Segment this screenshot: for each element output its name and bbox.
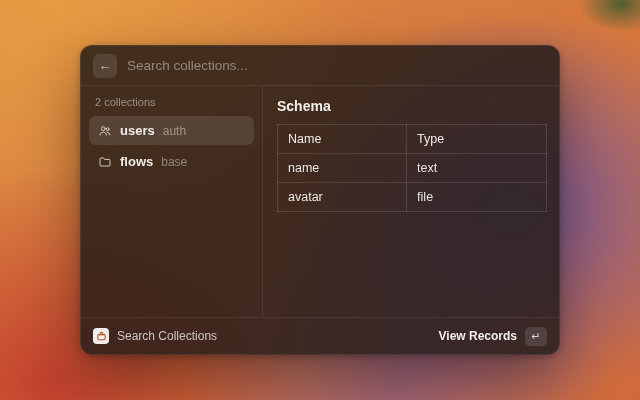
schema-title: Schema — [277, 98, 547, 114]
pocketbase-app-icon — [93, 328, 109, 344]
list-item-users[interactable]: users auth — [89, 116, 254, 145]
field-name-cell: avatar — [278, 183, 407, 212]
field-name-cell: name — [278, 154, 407, 183]
footer-app: Search Collections — [93, 328, 217, 344]
window-body: 2 collections users auth — [81, 86, 559, 317]
view-records-label: View Records — [439, 329, 517, 343]
search-bar: ← Search collections... — [81, 46, 559, 86]
command-palette-window: ← Search collections... 2 collections us… — [80, 45, 560, 355]
field-type-cell: file — [407, 183, 547, 212]
collection-name: flows — [120, 154, 153, 169]
footer-command-label: Search Collections — [117, 329, 217, 343]
search-input[interactable]: Search collections... — [127, 58, 547, 73]
status-bar: Search Collections View Records ↵ — [81, 317, 559, 354]
list-item-flows[interactable]: flows base — [89, 147, 254, 176]
column-header-name: Name — [278, 125, 407, 154]
view-records-action[interactable]: View Records ↵ — [439, 327, 547, 346]
users-icon — [97, 123, 112, 138]
collection-type-tag: base — [161, 155, 187, 169]
column-header-type: Type — [407, 125, 547, 154]
back-arrow-icon: ← — [99, 58, 112, 73]
detail-panel: Schema Name Type name text avatar — [263, 86, 559, 317]
table-row: name text — [278, 154, 547, 183]
table-header-row: Name Type — [278, 125, 547, 154]
field-type-cell: text — [407, 154, 547, 183]
collections-count-label: 2 collections — [89, 94, 254, 116]
collections-sidebar: 2 collections users auth — [81, 86, 263, 317]
table-row: avatar file — [278, 183, 547, 212]
folder-icon — [97, 154, 112, 169]
schema-table: Name Type name text avatar file — [277, 124, 547, 212]
collection-name: users — [120, 123, 155, 138]
enter-key-icon: ↵ — [525, 327, 547, 346]
collection-type-tag: auth — [163, 124, 186, 138]
back-button[interactable]: ← — [93, 54, 117, 78]
